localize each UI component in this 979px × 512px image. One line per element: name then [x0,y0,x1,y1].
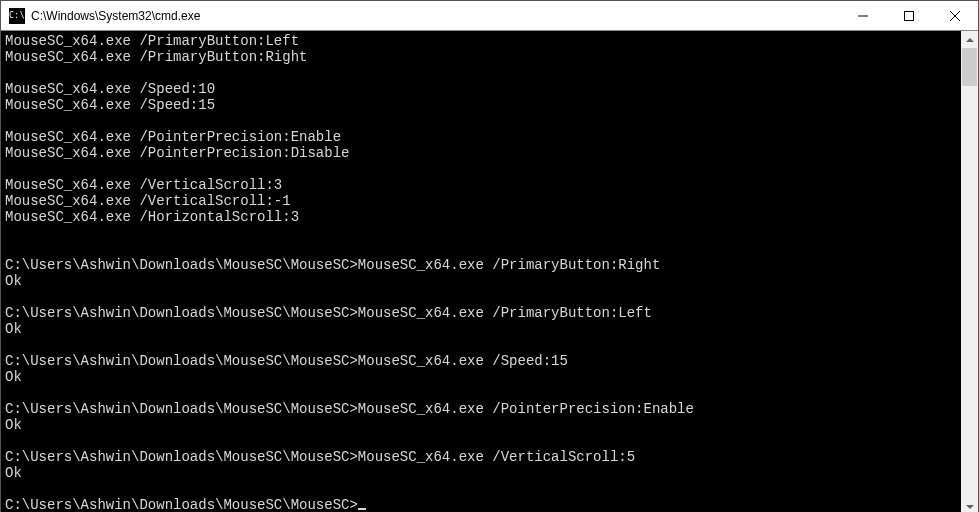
svg-marker-5 [966,505,974,509]
maximize-icon [904,11,914,21]
command-line: C:\Users\Ashwin\Downloads\MouseSC\MouseS… [5,353,957,369]
prompt-line[interactable]: C:\Users\Ashwin\Downloads\MouseSC\MouseS… [5,497,957,512]
maximize-button[interactable] [886,1,932,30]
usage-line: MouseSC_x64.exe /Speed:15 [5,97,957,113]
blank-line [5,289,957,305]
chevron-down-icon [966,503,974,511]
scroll-up-button[interactable] [961,31,978,48]
cmd-icon-glyph: C:\ [9,12,25,20]
output-line: Ok [5,465,957,481]
blank-line [5,241,957,257]
output-line: Ok [5,369,957,385]
usage-line [5,65,957,81]
usage-line [5,161,957,177]
usage-line: MouseSC_x64.exe /PrimaryButton:Right [5,49,957,65]
blank-line [5,337,957,353]
usage-line: MouseSC_x64.exe /HorizontalScroll:3 [5,209,957,225]
chevron-up-icon [966,36,974,44]
blank-line [5,481,957,497]
cursor [358,508,366,510]
cmd-window: C:\ C:\Windows\System32\cmd.exe MouseSC_… [0,0,979,512]
output-line: Ok [5,273,957,289]
usage-line: MouseSC_x64.exe /Speed:10 [5,81,957,97]
minimize-button[interactable] [840,1,886,30]
scrollbar-thumb[interactable] [962,48,977,86]
svg-rect-1 [905,11,914,20]
usage-line: MouseSC_x64.exe /PointerPrecision:Enable [5,129,957,145]
usage-line [5,113,957,129]
command-line: C:\Users\Ashwin\Downloads\MouseSC\MouseS… [5,449,957,465]
minimize-icon [858,11,868,21]
svg-marker-4 [966,38,974,42]
window-title: C:\Windows\System32\cmd.exe [31,9,200,23]
prompt-text: C:\Users\Ashwin\Downloads\MouseSC\MouseS… [5,497,358,512]
cmd-icon: C:\ [9,8,25,24]
command-line: C:\Users\Ashwin\Downloads\MouseSC\MouseS… [5,257,957,273]
output-line: Ok [5,321,957,337]
scrollbar-track[interactable] [961,48,978,498]
console-output[interactable]: MouseSC_x64.exe /PrimaryButton:LeftMouse… [1,31,961,512]
blank-line [5,433,957,449]
close-icon [950,11,960,21]
command-line: C:\Users\Ashwin\Downloads\MouseSC\MouseS… [5,305,957,321]
titlebar[interactable]: C:\ C:\Windows\System32\cmd.exe [1,1,978,31]
vertical-scrollbar[interactable] [961,31,978,512]
usage-line: MouseSC_x64.exe /PointerPrecision:Disabl… [5,145,957,161]
usage-line: MouseSC_x64.exe /VerticalScroll:3 [5,177,957,193]
close-button[interactable] [932,1,978,30]
usage-line: MouseSC_x64.exe /PrimaryButton:Left [5,33,957,49]
blank-line [5,385,957,401]
output-line: Ok [5,417,957,433]
usage-line: MouseSC_x64.exe /VerticalScroll:-1 [5,193,957,209]
blank-line [5,225,957,241]
command-line: C:\Users\Ashwin\Downloads\MouseSC\MouseS… [5,401,957,417]
scroll-down-button[interactable] [961,498,978,512]
client-area: MouseSC_x64.exe /PrimaryButton:LeftMouse… [1,31,978,512]
